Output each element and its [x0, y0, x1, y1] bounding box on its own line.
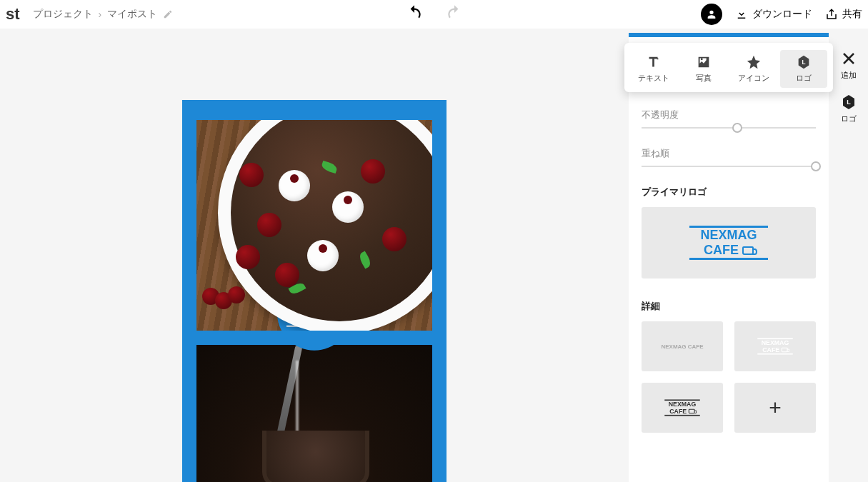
order-label: 重ね順 [642, 147, 816, 160]
image-icon [695, 54, 712, 70]
add-element-popup: テキスト 写真 アイコン L ロゴ [624, 43, 833, 92]
add-text-label: テキスト [638, 73, 669, 84]
svg-text:L: L [847, 99, 851, 106]
add-logo-label: ロゴ [796, 73, 812, 84]
primary-logo-text2: CAFE [704, 243, 739, 258]
svg-text:L: L [802, 59, 805, 66]
primary-logo-card[interactable]: NEXMAG CAFE [642, 207, 816, 278]
close-add-label: 追加 [841, 70, 857, 81]
add-logo-variant[interactable]: + [734, 383, 816, 433]
opacity-thumb[interactable] [732, 123, 742, 133]
logo-hex-icon: L [840, 94, 857, 111]
add-icon-label: アイコン [738, 73, 769, 84]
logo-variant-2[interactable]: NEXMAG CAFE [734, 321, 816, 371]
share-icon [825, 8, 838, 21]
share-button[interactable]: 共有 [825, 8, 862, 21]
close-add-panel[interactable]: 追加 [840, 50, 857, 81]
add-icon-button[interactable]: アイコン [730, 50, 777, 88]
opacity-control: 不透明度 [642, 109, 816, 129]
primary-logo-title: プライマリロゴ [642, 186, 816, 199]
right-dock: 追加 L ロゴ [829, 50, 868, 124]
logo-variant-1[interactable]: NEXMAG CAFE [642, 321, 723, 371]
order-thumb[interactable] [811, 161, 821, 171]
detail-logos-title: 詳細 [642, 300, 816, 313]
undo-button[interactable] [405, 4, 424, 25]
order-control: 重ね順 [642, 147, 816, 167]
history-controls [405, 4, 464, 25]
poster-photo-bottom[interactable] [196, 345, 432, 482]
order-slider[interactable] [642, 166, 816, 167]
user-avatar[interactable] [701, 4, 722, 25]
breadcrumb-root[interactable]: プロジェクト [33, 8, 93, 21]
poster-artboard[interactable]: NEXMAG CAFE [182, 100, 447, 482]
logo-hex-icon: L [795, 54, 812, 70]
mug-icon [782, 348, 788, 353]
plus-icon: + [769, 396, 782, 420]
mug-icon [689, 409, 695, 414]
add-logo-button[interactable]: L ロゴ [780, 50, 827, 88]
opacity-slider[interactable] [642, 127, 816, 129]
app-logo-fragment: st [6, 5, 20, 24]
redo-button [445, 4, 464, 25]
poster-photo-top[interactable] [196, 120, 432, 331]
logo-variant-3[interactable]: NEXMAG CAFE [642, 383, 723, 433]
download-button[interactable]: ダウンロード [735, 8, 812, 21]
logo-variant-1-text: NEXMAG CAFE [661, 343, 703, 350]
share-label: 共有 [842, 8, 862, 21]
app-header: st プロジェクト › マイポスト ダウンロード 共有 [0, 0, 868, 29]
opacity-label: 不透明度 [642, 109, 816, 121]
star-icon [745, 54, 762, 70]
mug-icon [742, 246, 754, 255]
download-label: ダウンロード [752, 8, 812, 21]
add-photo-button[interactable]: 写真 [680, 50, 727, 88]
text-icon [645, 54, 662, 70]
properties-panel: テキスト 写真 アイコン L ロゴ 不透明度 重ね順 プライマリロゴ [629, 33, 829, 482]
breadcrumb-separator: › [99, 9, 102, 20]
download-icon [735, 8, 748, 21]
canvas-area[interactable]: NEXMAG CAFE [0, 29, 629, 482]
close-icon [840, 50, 857, 67]
header-actions: ダウンロード 共有 [701, 4, 862, 25]
dock-logo-button[interactable]: L ロゴ [840, 94, 857, 124]
add-text-button[interactable]: テキスト [630, 50, 677, 88]
breadcrumb: プロジェクト › マイポスト [33, 8, 174, 21]
primary-logo-text1: NEXMAG [700, 228, 757, 243]
person-icon [706, 9, 717, 20]
pencil-icon[interactable] [163, 9, 173, 19]
add-photo-label: 写真 [696, 73, 712, 84]
dock-logo-label: ロゴ [841, 114, 857, 124]
breadcrumb-current[interactable]: マイポスト [107, 8, 157, 21]
